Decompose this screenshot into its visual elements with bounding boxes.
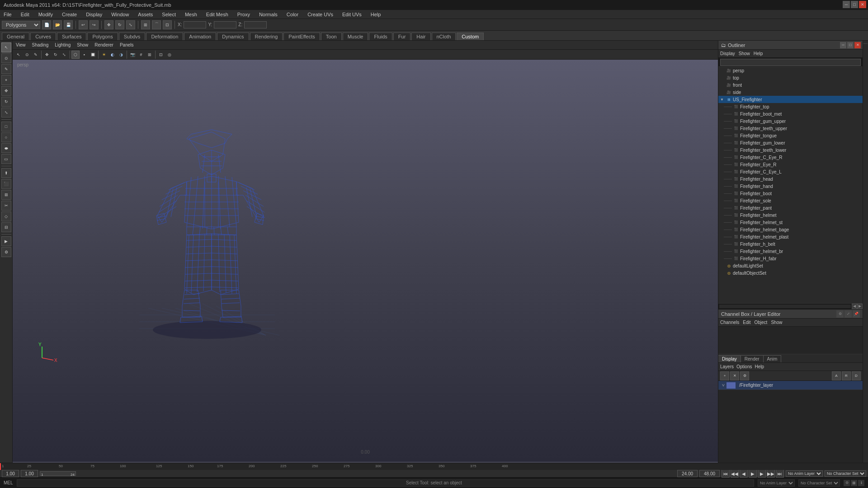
tree-item-front[interactable]: 🎥 front xyxy=(718,81,863,89)
tree-item-Firefighter_gum_upper[interactable]: —— ⬛ Firefighter_gum_upper xyxy=(718,117,863,125)
toolbar-open[interactable]: 📂 xyxy=(53,20,62,29)
tab-ncloth[interactable]: nCloth xyxy=(432,33,456,40)
pb-next-key[interactable]: ▶▶ xyxy=(767,469,775,478)
tree-item-Firefighter_h_belt[interactable]: —— ⬛ Firefighter_h_belt xyxy=(718,240,863,248)
outliner-scroll-left[interactable]: ◀ xyxy=(852,304,857,309)
tab-fluids[interactable]: Fluids xyxy=(369,33,392,40)
current-frame-input[interactable] xyxy=(21,470,38,477)
tool-poly-plane[interactable]: ▭ xyxy=(1,154,11,164)
tool-poly-sphere[interactable]: ○ xyxy=(1,132,11,142)
tree-item-Firefighter_top[interactable]: —— ⬛ Firefighter_top xyxy=(718,103,863,110)
vp-light-btn-1[interactable]: ☀ xyxy=(100,51,108,59)
tool-extrude[interactable]: ⬆ xyxy=(1,168,11,178)
cb-attach-btn[interactable]: 📌 xyxy=(853,310,860,318)
layer-menu-help[interactable]: Help xyxy=(755,364,764,369)
layer-settings-btn[interactable]: ⚙ xyxy=(740,371,749,380)
layer-type-anim[interactable]: A xyxy=(832,371,841,380)
tab-surfaces[interactable]: Surfaces xyxy=(57,33,86,40)
outliner-menu-help[interactable]: Help xyxy=(754,51,763,56)
tree-item-defaultLightSet[interactable]: ◎ defaultLightSet xyxy=(718,262,863,269)
tool-bevel[interactable]: ◇ xyxy=(1,211,11,221)
tree-item-Firefighter_C_Eye_R[interactable]: —— ⬛ Firefighter_C_Eye_R xyxy=(718,154,863,161)
cb-expand-btn[interactable]: ⤢ xyxy=(844,310,852,318)
vp-toolbar-select[interactable]: ↖ xyxy=(14,51,23,59)
vp-menu-view[interactable]: View xyxy=(14,42,27,48)
tool-lasso[interactable]: ⊙ xyxy=(1,53,11,63)
tab-dynamics[interactable]: Dynamics xyxy=(217,33,249,40)
tool-poly-cube[interactable]: □ xyxy=(1,122,11,131)
vp-hud-btn[interactable]: ⊞ xyxy=(146,51,154,59)
vp-isolate[interactable]: ◎ xyxy=(165,51,174,59)
command-input[interactable] xyxy=(17,479,754,487)
tree-item-top[interactable]: 🎥 top xyxy=(718,74,863,81)
layer-menu-options[interactable]: Options xyxy=(736,364,752,369)
tree-item-defaultObjectSet[interactable]: ◎ defaultObjectSet xyxy=(718,269,863,277)
menu-create[interactable]: Create xyxy=(60,11,79,18)
tree-item-persp[interactable]: 🎥 persp xyxy=(718,67,863,74)
menu-window[interactable]: Window xyxy=(109,11,131,18)
tool-rotate[interactable]: ↻ xyxy=(1,97,11,107)
pb-prev[interactable]: ◀ xyxy=(740,469,748,478)
tab-curves[interactable]: Curves xyxy=(30,33,56,40)
vp-menu-shading[interactable]: Shading xyxy=(31,42,50,48)
tree-item-Firefighter_teeth_lower[interactable]: —— ⬛ Firefighter_teeth_lower xyxy=(718,146,863,154)
vp-wireframe-btn[interactable]: ⬡ xyxy=(71,51,80,59)
tab-custom[interactable]: Custom xyxy=(457,33,484,40)
pb-start[interactable]: ⏮ xyxy=(722,469,730,478)
vp-texture-btn[interactable]: 🔲 xyxy=(89,51,97,59)
menu-editmesh[interactable]: Edit Mesh xyxy=(204,11,230,18)
playback-start-input[interactable] xyxy=(677,470,698,477)
timeline-cursor[interactable] xyxy=(0,463,1,470)
cb-menu-object[interactable]: Object xyxy=(755,320,768,325)
tree-item-Firefighter_C_Eye_L[interactable]: —— ⬛ Firefighter_C_Eye_L xyxy=(718,168,863,175)
y-input[interactable] xyxy=(214,21,236,28)
mode-selector[interactable]: Polygons Animation Rendering Dynamics nD… xyxy=(2,21,40,29)
menu-color[interactable]: Color xyxy=(285,11,300,18)
pb-play[interactable]: ▶ xyxy=(749,469,757,478)
vp-light-btn-3[interactable]: ◑ xyxy=(117,51,125,59)
menu-file[interactable]: File xyxy=(2,11,14,18)
timeline-ruler[interactable]: 1 25 50 75 100 125 150 175 200 225 250 2… xyxy=(0,463,868,470)
layer-row-firefighter[interactable]: V /Firefighter_layer xyxy=(718,381,863,390)
outliner-scroll-right[interactable]: ▶ xyxy=(857,304,863,309)
tab-general[interactable]: General xyxy=(2,33,29,40)
tab-animation[interactable]: Animation xyxy=(184,33,216,40)
vp-menu-panels[interactable]: Panels xyxy=(118,42,135,48)
tree-item-Firefighter_tongue[interactable]: —— ⬛ Firefighter_tongue xyxy=(718,132,863,139)
outliner-hscroll[interactable]: ◀ ▶ xyxy=(718,303,863,309)
toolbar-redo[interactable]: ↪ xyxy=(90,20,99,29)
anim-layer-select[interactable]: No Anim Layer xyxy=(786,470,823,477)
cb-tab-render[interactable]: Render xyxy=(741,355,764,362)
tree-item-Firefighter_helmet_bage[interactable]: —— ⬛ Firefighter_helmet_bage xyxy=(718,226,863,233)
tab-rendering[interactable]: Rendering xyxy=(250,33,283,40)
menu-edit[interactable]: Edit xyxy=(19,11,31,18)
menu-proxy[interactable]: Proxy xyxy=(236,11,252,18)
character-set-select[interactable]: No Character Set xyxy=(825,470,866,477)
outliner-menu-show[interactable]: Show xyxy=(739,51,750,56)
minimize-button[interactable]: ─ xyxy=(843,1,850,8)
toolbar-snap-grid[interactable]: ⊞ xyxy=(141,20,150,29)
tree-item-Firefighter_H_fabr[interactable]: —— ⬛ Firefighter_H_fabr xyxy=(718,255,863,262)
vp-grid-btn[interactable]: # xyxy=(137,51,145,59)
vp-select-all[interactable]: ⊡ xyxy=(157,51,165,59)
tree-item-Firefighter_gum_lower[interactable]: —— ⬛ Firefighter_gum_lower xyxy=(718,139,863,146)
vp-toolbar-lasso[interactable]: ⊙ xyxy=(23,51,31,59)
tab-subdvs[interactable]: Subdvs xyxy=(119,33,146,40)
toolbar-new[interactable]: 📄 xyxy=(42,20,51,29)
tool-select[interactable]: ↖ xyxy=(1,42,11,52)
vp-menu-renderer[interactable]: Renderer xyxy=(93,42,115,48)
status-char-set[interactable]: No Character Set xyxy=(798,479,840,487)
toolbar-scale[interactable]: ⤡ xyxy=(126,20,135,29)
toolbar-save[interactable]: 💾 xyxy=(64,20,73,29)
tree-item-US_Firefighter[interactable]: ▼ ⊞ US_Firefighter xyxy=(718,96,863,103)
tool-bridge[interactable]: ⬛ xyxy=(1,179,11,189)
close-button[interactable]: ✕ xyxy=(859,1,866,8)
x-input[interactable] xyxy=(184,21,206,28)
tool-paint[interactable]: ✎ xyxy=(1,64,11,74)
pb-end[interactable]: ⏭ xyxy=(776,469,784,478)
maximize-button[interactable]: □ xyxy=(851,1,858,8)
tab-hair[interactable]: Hair xyxy=(411,33,430,40)
toolbar-move[interactable]: ✥ xyxy=(104,20,113,29)
tree-item-Firefighter_helmet_br[interactable]: —— ⬛ Firefighter_helmet_br xyxy=(718,248,863,255)
frame-range-bar[interactable]: 1 24 xyxy=(40,471,76,476)
